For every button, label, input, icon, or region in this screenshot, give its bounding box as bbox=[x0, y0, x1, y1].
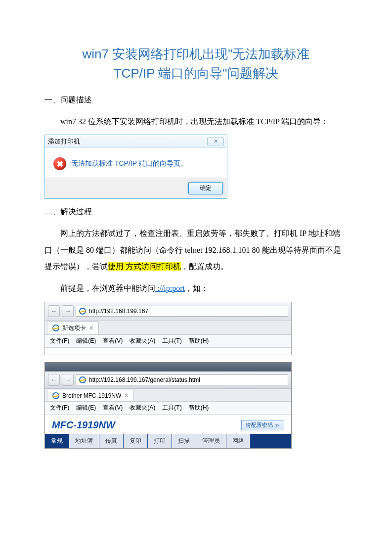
nav-copy[interactable]: 复印 bbox=[124, 434, 148, 448]
nav-scan[interactable]: 扫描 bbox=[172, 434, 196, 448]
menu-file[interactable]: 文件(F) bbox=[50, 337, 69, 345]
nav-addressbook[interactable]: 地址簿 bbox=[69, 434, 99, 448]
nav-general[interactable]: 常规 bbox=[45, 434, 69, 448]
title-line-2: TCP/IP 端口的向导"问题解决 bbox=[114, 66, 279, 81]
title-line-1: win7 安装网络打印机出现"无法加载标准 bbox=[83, 46, 310, 61]
close-tab-icon[interactable]: ✕ bbox=[124, 392, 129, 399]
forward-button[interactable]: → bbox=[62, 374, 74, 386]
close-icon[interactable]: ✕ bbox=[207, 138, 224, 145]
menu-view[interactable]: 查看(V) bbox=[103, 404, 123, 412]
browser-tab[interactable]: Brother MFC-1919NW ✕ bbox=[47, 390, 134, 401]
para2-text-b: ，配置成功。 bbox=[181, 262, 228, 271]
menu-favorites[interactable]: 收藏夹(A) bbox=[130, 337, 155, 345]
address-url: http://192.168.199.167/general/status.ht… bbox=[89, 376, 200, 383]
menu-edit[interactable]: 编辑(E) bbox=[76, 337, 96, 345]
browser-tab[interactable]: 新选项卡 ✕ bbox=[47, 322, 99, 334]
menu-view[interactable]: 查看(V) bbox=[103, 337, 123, 345]
forward-button[interactable]: → bbox=[62, 305, 74, 317]
nav-fax[interactable]: 传真 bbox=[99, 434, 124, 448]
dialog-message: 无法加载标准 TCP/IP 端口的向导页。 bbox=[71, 159, 187, 168]
tab-label: 新选项卡 bbox=[62, 324, 86, 332]
ie-icon bbox=[52, 392, 59, 399]
browser-menubar: 文件(F) 编辑(E) 查看(V) 收藏夹(A) 工具(T) 帮助(H) bbox=[45, 402, 291, 415]
printer-header: MFC-1919NW 请配置密码 ≫ bbox=[45, 415, 291, 434]
nav-network[interactable]: 网络 bbox=[226, 434, 251, 448]
error-dialog: 添加打印机 ✕ ✖ 无法加载标准 TCP/IP 端口的向导页。 确定 bbox=[44, 135, 227, 199]
menu-help[interactable]: 帮助(H) bbox=[189, 404, 209, 412]
paragraph-3: 前提是，在浏览器中能访问 ://ip:port，如： bbox=[44, 280, 348, 297]
browser-menubar: 文件(F) 编辑(E) 查看(V) 收藏夹(A) 工具(T) 帮助(H) bbox=[45, 335, 291, 348]
browser-toolbar: ← → http://192.168.199.167/general/statu… bbox=[45, 371, 291, 389]
ok-button[interactable]: 确定 bbox=[188, 182, 223, 194]
browser-toolbar: ← → http://192.168.199.167 bbox=[45, 302, 291, 321]
para3-text-a: 前提是，在浏览器中能访问 bbox=[60, 284, 155, 292]
dialog-body: ✖ 无法加载标准 TCP/IP 端口的向导页。 bbox=[45, 148, 227, 178]
para2-highlight: 使用 方式访问打印机 bbox=[108, 262, 181, 271]
ie-icon bbox=[79, 376, 86, 383]
tab-label: Brother MFC-1919NW bbox=[62, 392, 121, 399]
dialog-footer: 确定 bbox=[45, 178, 227, 198]
url-pattern-link: ://ip:port bbox=[155, 284, 185, 292]
dialog-titlebar: 添加打印机 ✕ bbox=[45, 135, 227, 148]
nav-print[interactable]: 打印 bbox=[148, 434, 172, 448]
close-tab-icon[interactable]: ✕ bbox=[89, 325, 93, 331]
menu-tools[interactable]: 工具(T) bbox=[162, 337, 181, 345]
browser-tabs: 新选项卡 ✕ bbox=[45, 321, 291, 335]
paragraph-1: win7 32 位系统下安装网络打印机时，出现无法加载标准 TCP/IP 端口的… bbox=[44, 113, 348, 130]
menu-tools[interactable]: 工具(T) bbox=[162, 404, 181, 412]
printer-nav: 常规 地址簿 传真 复印 打印 扫描 管理员 网络 bbox=[45, 434, 291, 448]
dialog-title: 添加打印机 bbox=[48, 137, 80, 146]
menu-favorites[interactable]: 收藏夹(A) bbox=[130, 404, 155, 412]
browser-content-blank bbox=[45, 348, 291, 355]
menu-file[interactable]: 文件(F) bbox=[50, 404, 69, 412]
menu-edit[interactable]: 编辑(E) bbox=[76, 404, 96, 412]
address-bar[interactable]: http://192.168.199.167 bbox=[76, 306, 288, 317]
browser-tabs: Brother MFC-1919NW ✕ bbox=[45, 389, 291, 402]
paragraph-2: 网上的方法都试过了，检查注册表、重启效劳等，都失败了。打印机 IP 地址和端口（… bbox=[44, 225, 348, 275]
back-button[interactable]: ← bbox=[48, 305, 60, 317]
page-title: win7 安装网络打印机出现"无法加载标准 TCP/IP 端口的向导"问题解决 bbox=[44, 45, 348, 83]
address-bar[interactable]: http://192.168.199.167/general/status.ht… bbox=[76, 374, 288, 385]
ie-icon bbox=[79, 308, 86, 315]
section-2-heading: 二、解决过程 bbox=[44, 205, 348, 219]
printer-model: MFC-1919NW bbox=[52, 419, 115, 431]
address-url: http://192.168.199.167 bbox=[89, 308, 148, 315]
browser-screenshot-1: ← → http://192.168.199.167 新选项卡 ✕ 文件(F) … bbox=[44, 302, 292, 355]
ie-icon bbox=[52, 324, 59, 331]
error-icon: ✖ bbox=[53, 157, 66, 170]
nav-admin[interactable]: 管理员 bbox=[196, 434, 226, 448]
para3-text-b: ，如： bbox=[185, 284, 209, 292]
menu-help[interactable]: 帮助(H) bbox=[189, 337, 209, 345]
back-button[interactable]: ← bbox=[48, 374, 60, 386]
printer-web-page: MFC-1919NW 请配置密码 ≫ 常规 地址簿 传真 复印 打印 扫描 管理… bbox=[45, 415, 291, 448]
window-chrome-blur bbox=[45, 363, 291, 371]
configure-password-button[interactable]: 请配置密码 ≫ bbox=[241, 420, 284, 430]
browser-screenshot-2: ← → http://192.168.199.167/general/statu… bbox=[44, 362, 292, 449]
section-1-heading: 一、问题描述 bbox=[44, 93, 348, 107]
